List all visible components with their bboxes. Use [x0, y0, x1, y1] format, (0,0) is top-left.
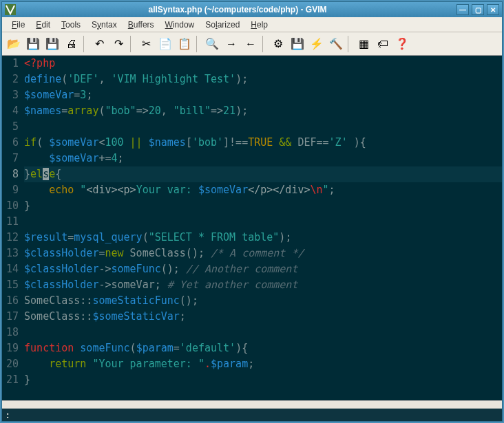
line-number: 12	[6, 230, 19, 246]
command-line[interactable]: :	[2, 409, 502, 421]
cut-button[interactable]: ✂	[137, 35, 155, 53]
line-number: 3	[6, 87, 19, 103]
config-button[interactable]: ⚙	[269, 35, 287, 53]
menubar: FileEditToolsSyntaxBuffersWindowSolarize…	[2, 17, 502, 32]
savesess-button[interactable]: 💾	[288, 35, 306, 53]
minimize-button[interactable]: —	[456, 4, 469, 15]
line-number: 16	[6, 293, 19, 309]
menu-buffers[interactable]: Buffers	[123, 19, 160, 31]
maximize-button[interactable]: ▢	[472, 4, 484, 15]
tag-button[interactable]: 🏷	[374, 35, 392, 53]
print-button[interactable]: 🖨	[63, 35, 81, 53]
code-line[interactable]: $classHolder->someFunc(); // Another com…	[24, 261, 502, 277]
line-number: 6	[6, 135, 19, 151]
code-line[interactable]: }else{	[24, 166, 502, 182]
toolbar-separator	[130, 36, 134, 52]
window-controls: — ▢ ✕	[456, 4, 499, 15]
code-line[interactable]: if( $someVar<100 || $names['bob']!==TRUE…	[24, 135, 502, 151]
line-number: 21	[6, 372, 19, 388]
code-line[interactable]	[24, 325, 502, 340]
line-number: 15	[6, 277, 19, 293]
line-number: 17	[6, 309, 19, 325]
line-number: 20	[6, 356, 19, 372]
code-line[interactable]: SomeClass::$someStaticVar;	[24, 309, 502, 325]
code-line[interactable]: }	[24, 198, 502, 214]
editor-area[interactable]: 123456789101112131415161718192021 <?phpd…	[2, 56, 502, 400]
open-button[interactable]: 📂	[5, 35, 23, 53]
menu-window[interactable]: Window	[160, 19, 200, 31]
code-line[interactable]: <?php	[24, 56, 502, 72]
line-number: 5	[6, 119, 19, 135]
code-line[interactable]: $classHolder=new SomeClass(); /* A comme…	[24, 246, 502, 261]
horizontal-scrollbar[interactable]	[2, 400, 502, 409]
code-line[interactable]: $someVar=3;	[24, 87, 502, 103]
menu-solarized[interactable]: Solarized	[200, 19, 245, 31]
code-line[interactable]: $result=mysql_query("SELECT * FROM table…	[24, 230, 502, 246]
find-button[interactable]: 🔍	[203, 35, 221, 53]
line-number: 1	[6, 56, 19, 72]
code-line[interactable]: function someFunc($param='default'){	[24, 340, 502, 356]
line-number: 19	[6, 340, 19, 356]
menu-help[interactable]: Help	[245, 19, 273, 31]
help-button[interactable]: ❓	[393, 35, 411, 53]
table-button[interactable]: ▦	[355, 35, 372, 53]
gvim-window: allSyntax.php (~/computers/code/php) - G…	[1, 1, 503, 422]
line-number: 10	[6, 198, 19, 214]
toolbar-separator	[196, 36, 200, 52]
make-button[interactable]: 🔨	[327, 35, 345, 53]
code-line[interactable]: echo "<div><p>Your var: $someVar</p></di…	[24, 182, 502, 198]
toolbar-separator	[83, 36, 87, 52]
saveall-button[interactable]: 💾	[43, 35, 61, 53]
save-button[interactable]: 💾	[24, 35, 42, 53]
code-line[interactable]: $someVar+=4;	[24, 151, 502, 166]
toolbar-separator	[348, 36, 352, 52]
line-number: 18	[6, 325, 19, 340]
code-line[interactable]	[24, 214, 502, 230]
line-number: 2	[6, 72, 19, 87]
prev-button[interactable]: ←	[242, 35, 260, 53]
menu-file[interactable]: File	[6, 19, 30, 31]
line-number-gutter: 123456789101112131415161718192021	[2, 56, 24, 400]
line-number: 13	[6, 246, 19, 261]
code-line[interactable]: return "Your parameter: ".$param;	[24, 356, 502, 372]
line-number: 4	[6, 103, 19, 119]
code-content[interactable]: <?phpdefine('DEF', 'VIM Highlight Test')…	[24, 56, 502, 400]
line-number: 7	[6, 151, 19, 166]
menu-edit[interactable]: Edit	[30, 19, 56, 31]
code-line[interactable]: }	[24, 372, 502, 388]
line-number: 11	[6, 214, 19, 230]
line-number: 8	[6, 166, 19, 182]
code-line[interactable]: SomeClass::someStaticFunc();	[24, 293, 502, 309]
toolbar: 📂💾💾🖨↶↷✂📄📋🔍→←⚙💾⚡🔨▦🏷❓	[2, 32, 502, 56]
menu-tools[interactable]: Tools	[56, 19, 86, 31]
redo-button[interactable]: ↷	[109, 35, 127, 53]
app-icon	[5, 4, 16, 15]
code-line[interactable]: $names=array("bob"=>20, "bill"=>21);	[24, 103, 502, 119]
titlebar[interactable]: allSyntax.php (~/computers/code/php) - G…	[2, 2, 502, 17]
code-line[interactable]: $classHolder->someVar; # Yet another com…	[24, 277, 502, 293]
toolbar-separator	[262, 36, 266, 52]
line-number: 14	[6, 261, 19, 277]
undo-button[interactable]: ↶	[90, 35, 108, 53]
cursor: s	[43, 168, 49, 180]
next-button[interactable]: →	[222, 35, 240, 53]
code-line[interactable]: define('DEF', 'VIM Highlight Test');	[24, 72, 502, 87]
paste-button[interactable]: 📋	[176, 35, 193, 53]
window-title: allSyntax.php (~/computers/code/php) - G…	[19, 5, 456, 14]
code-line[interactable]	[24, 119, 502, 135]
script-button[interactable]: ⚡	[308, 35, 326, 53]
line-number: 9	[6, 182, 19, 198]
close-button[interactable]: ✕	[487, 4, 499, 15]
copy-button[interactable]: 📄	[156, 35, 174, 53]
menu-syntax[interactable]: Syntax	[86, 19, 123, 31]
